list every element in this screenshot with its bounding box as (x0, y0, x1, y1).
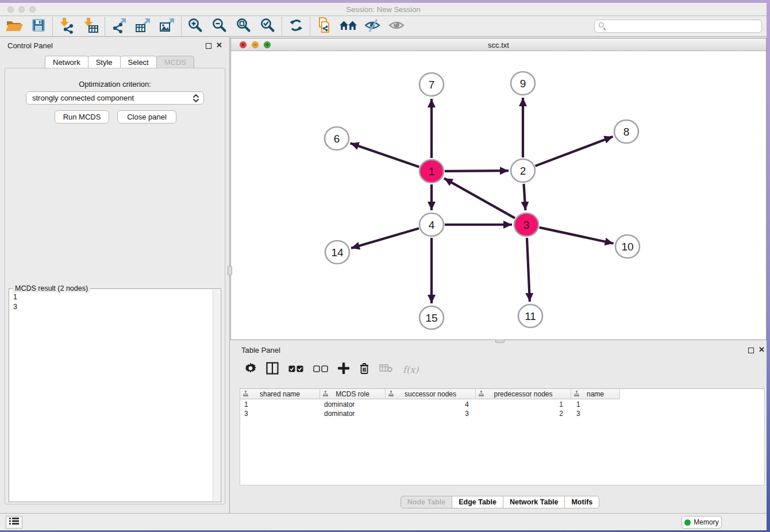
graph-node-14[interactable]: 14 (325, 241, 349, 264)
run-mcds-button[interactable]: Run MCDS (55, 110, 109, 124)
table-splitter-handle[interactable] (495, 340, 505, 343)
hide-graphics-button[interactable] (360, 17, 384, 36)
graph-node-7[interactable]: 7 (419, 73, 444, 96)
column-header-name[interactable]: name (571, 389, 620, 399)
table-cell[interactable]: dominator (320, 409, 386, 418)
toggle-panes-button[interactable] (266, 362, 279, 377)
network-canvas[interactable]: 7968124314101511 (231, 51, 766, 340)
zoom-in-button[interactable] (183, 17, 207, 36)
graph-edge-3-10[interactable] (540, 228, 614, 244)
function-builder-button[interactable]: f(x) (403, 364, 418, 375)
add-row-button[interactable] (338, 363, 349, 376)
graph-node-label: 9 (520, 78, 526, 90)
graph-node-2[interactable]: 2 (511, 159, 535, 182)
graph-node-10[interactable]: 10 (615, 235, 640, 258)
table-cell[interactable]: dominator (320, 400, 386, 409)
panel-splitter-handle[interactable] (228, 266, 232, 275)
graph-edge-1-2[interactable] (445, 171, 509, 171)
graph-node-8[interactable]: 8 (614, 120, 638, 143)
table-body: 1dominator4113dominator323 (240, 400, 764, 418)
tab-select[interactable]: Select (120, 56, 157, 68)
zoom-selected-button[interactable] (256, 17, 280, 36)
delete-table-button[interactable] (379, 364, 393, 375)
tab-network-table[interactable]: Network Table (503, 496, 565, 508)
show-graphics-button[interactable] (384, 17, 409, 36)
column-header-label: shared name (260, 390, 300, 398)
zoom-fit-button[interactable] (232, 17, 256, 36)
main-toolbar (0, 16, 767, 37)
graph-node-label: 2 (520, 165, 526, 177)
table-row[interactable]: 3dominator323 (240, 409, 764, 418)
zoom-out-button[interactable] (207, 17, 232, 36)
graph-node-9[interactable]: 9 (511, 72, 535, 95)
table-cell[interactable]: 3 (571, 409, 620, 418)
deselect-all-button[interactable] (313, 364, 328, 375)
graph-node-1[interactable]: 1 (419, 160, 444, 183)
optimization-criterion-label: Optimization criterion: (5, 80, 225, 88)
graph-node-6[interactable]: 6 (325, 127, 349, 150)
duplicate-network-button[interactable] (312, 17, 336, 36)
table-row[interactable]: 1dominator411 (240, 400, 764, 409)
import-network-button[interactable] (55, 17, 79, 36)
column-header-mcds-role[interactable]: MCDS role (320, 389, 386, 399)
select-all-button[interactable] (288, 364, 303, 375)
table-cell[interactable]: 1 (571, 400, 620, 409)
window-title: Session: New Session (0, 5, 767, 14)
gear-icon (245, 363, 256, 376)
trash-icon (359, 363, 369, 377)
column-header-successor-nodes[interactable]: successor nodes (386, 389, 476, 399)
tab-network[interactable]: Network (45, 56, 88, 68)
column-header-shared-name[interactable]: shared name (240, 389, 320, 399)
tab-mcds[interactable]: MCDS (156, 56, 194, 68)
import-table-button[interactable] (79, 17, 103, 36)
result-scrollbar[interactable] (213, 290, 220, 501)
toolbar-divider (282, 17, 282, 36)
column-header-predecessor-nodes[interactable]: predecessor nodes (476, 389, 571, 399)
graph-edge-4-14[interactable] (351, 229, 419, 249)
table-cell[interactable]: 3 (386, 409, 476, 418)
graph-node-4[interactable]: 4 (419, 213, 444, 236)
tab-edge-table[interactable]: Edge Table (452, 496, 503, 508)
export-table-button[interactable] (131, 17, 155, 36)
float-panel-icon[interactable] (206, 43, 211, 49)
graph-node-label: 8 (623, 126, 630, 138)
tab-node-table[interactable]: Node Table (401, 496, 452, 508)
table-cell[interactable]: 4 (386, 400, 476, 409)
task-history-button[interactable] (6, 516, 22, 529)
checked-boxes-icon (288, 364, 303, 375)
float-table-panel-icon[interactable] (748, 348, 754, 353)
graph-node-11[interactable]: 11 (518, 304, 542, 327)
graph-edge-3-1[interactable] (444, 178, 515, 218)
apply-layout-button[interactable] (284, 17, 308, 36)
table-cell[interactable]: 1 (476, 400, 571, 409)
graph-edge-1-6[interactable] (351, 143, 419, 167)
graph-edge-2-8[interactable] (536, 137, 613, 166)
toolbar-divider (105, 17, 105, 36)
export-network-button[interactable] (107, 17, 131, 36)
export-image-icon (159, 17, 176, 36)
table-cell[interactable]: 3 (240, 409, 320, 418)
table-cell[interactable]: 2 (476, 409, 571, 418)
graph-node-3[interactable]: 3 (514, 213, 538, 236)
open-session-button[interactable] (2, 17, 26, 36)
close-panel-button[interactable]: Close panel (117, 110, 176, 124)
first-neighbors-button[interactable] (336, 17, 360, 36)
memory-button[interactable]: Memory (682, 516, 722, 529)
list-icon (9, 517, 19, 527)
column-settings-button[interactable] (245, 363, 256, 376)
close-table-panel-icon[interactable]: ✕ (759, 345, 765, 354)
search-input[interactable] (594, 20, 762, 33)
close-panel-icon[interactable]: ✕ (216, 41, 222, 49)
save-session-button[interactable] (26, 17, 51, 36)
export-image-button[interactable] (155, 17, 179, 36)
criterion-dropdown[interactable]: strongly connected component (26, 91, 204, 105)
tab-style[interactable]: Style (88, 56, 121, 68)
mcds-result-lines: 1 3 (13, 292, 17, 312)
graph-edge-2-3[interactable] (524, 184, 526, 210)
graph-edge-3-11[interactable] (527, 238, 530, 302)
graph-node-15[interactable]: 15 (419, 306, 444, 329)
delete-row-button[interactable] (359, 363, 369, 377)
toolbar-divider (181, 17, 182, 36)
table-cell[interactable]: 1 (240, 400, 320, 409)
tab-motifs[interactable]: Motifs (564, 496, 599, 508)
